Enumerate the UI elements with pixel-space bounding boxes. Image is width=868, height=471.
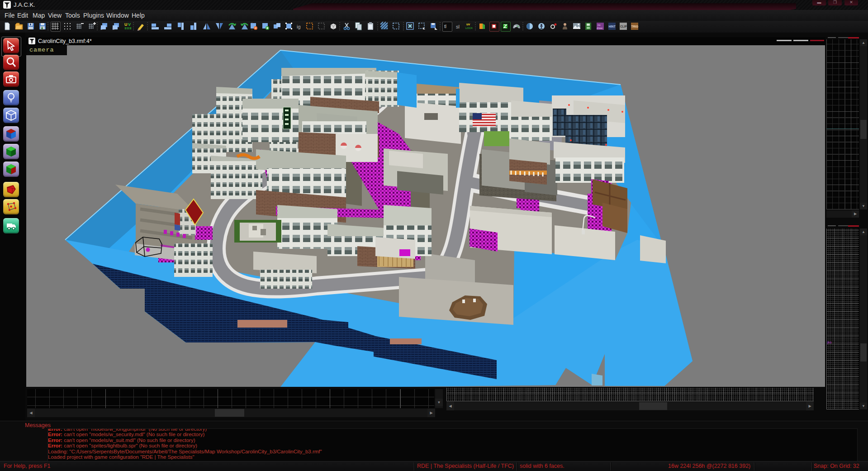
svg-text:V: V — [128, 22, 131, 27]
svg-text:no: no — [598, 24, 601, 26]
svg-text:uv: uv — [466, 23, 470, 26]
svg-text:ig: ig — [297, 24, 301, 29]
svg-text:HINT: HINT — [609, 25, 616, 28]
svg-text:tl: tl — [444, 24, 446, 29]
svg-text:TRIG: TRIG — [631, 25, 639, 28]
svg-text:CLIP: CLIP — [620, 25, 627, 28]
svg-text:L: L — [100, 27, 103, 31]
svg-text:S: S — [112, 27, 114, 31]
svg-text:U: U — [124, 22, 128, 27]
svg-text:draw: draw — [597, 27, 603, 29]
svg-text:sl: sl — [456, 24, 460, 29]
svg-text:LOCK: LOCK — [465, 27, 473, 29]
